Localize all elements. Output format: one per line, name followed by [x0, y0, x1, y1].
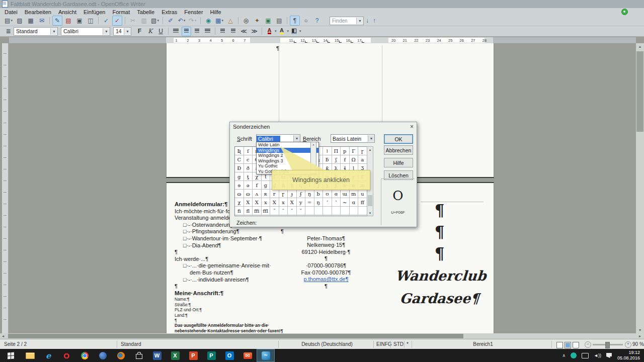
char-cell[interactable]: f: [253, 181, 262, 190]
char-cell[interactable]: ə: [244, 181, 253, 190]
char-cell[interactable]: ƅ: [314, 190, 324, 198]
outlook-icon[interactable]: O: [220, 349, 238, 362]
increase-indent-button[interactable]: ≫: [250, 27, 259, 36]
char-cell[interactable]: ﬁ: [235, 207, 244, 215]
zoom-value[interactable]: 90 %: [632, 341, 644, 347]
menu-extras[interactable]: Extras: [158, 9, 181, 15]
book-view-icon[interactable]: [573, 342, 579, 348]
char-cell[interactable]: [314, 207, 324, 215]
scroll-up-icon[interactable]: ▲: [367, 147, 373, 152]
menu-ansicht[interactable]: Ansicht: [55, 9, 80, 15]
chevron-down-icon[interactable]: ▼: [368, 135, 374, 142]
formatting-marks-icon[interactable]: ¶: [290, 16, 300, 26]
chevron-down-icon[interactable]: ▼: [50, 28, 57, 35]
chrome-icon[interactable]: [75, 349, 94, 362]
font-dropdown-scrollbar[interactable]: ∧: [310, 142, 316, 174]
menu-hilfe[interactable]: Hilfe: [207, 9, 225, 15]
menu-bearbeiten[interactable]: Bearbeiten: [21, 9, 55, 15]
horizontal-scroll-thumb[interactable]: [8, 334, 463, 338]
single-page-view-icon[interactable]: [556, 342, 563, 348]
char-cell[interactable]: ﬄ: [262, 207, 271, 215]
char-cell[interactable]: Ω: [350, 155, 359, 164]
char-cell[interactable]: ǀ: [323, 147, 332, 155]
chevron-down-icon[interactable]: ▾: [299, 29, 301, 33]
chevron-down-icon[interactable]: ▼: [124, 28, 131, 35]
find-toolbar-input[interactable]: Finden ▼: [330, 17, 364, 25]
chevron-down-icon[interactable]: ▾: [195, 19, 197, 23]
char-cell[interactable]: ɡ: [262, 181, 271, 190]
char-cell[interactable]: [350, 207, 359, 215]
font-name-combo[interactable]: Calibri ▼: [61, 27, 110, 36]
decrease-indent-button[interactable]: ≪: [239, 27, 249, 36]
bold-button[interactable]: F: [135, 27, 144, 36]
char-cell[interactable]: [305, 207, 314, 215]
page-preview-icon[interactable]: ◫: [86, 16, 96, 26]
char-cell[interactable]: [341, 207, 350, 215]
char-cell[interactable]: ɯ: [341, 190, 350, 198]
selection-mode[interactable]: STD: [393, 341, 404, 347]
find-next-button[interactable]: ↓: [366, 17, 369, 24]
char-cell[interactable]: ɡ: [235, 172, 244, 181]
vertical-scroll-thumb[interactable]: [636, 51, 643, 132]
char-cell[interactable]: ɑ: [350, 198, 359, 207]
char-cell[interactable]: ʽ: [332, 198, 341, 207]
grid-scroll-thumb[interactable]: [368, 195, 372, 206]
edit-mode-icon[interactable]: ✎: [52, 16, 62, 26]
cancel-button[interactable]: Abbrechen: [384, 145, 413, 155]
char-cell[interactable]: ƫ: [244, 172, 253, 181]
char-cell[interactable]: ʌ: [253, 190, 262, 198]
paste-icon[interactable]: ▧▾: [150, 16, 160, 26]
subset-select[interactable]: Basis Latein ▼: [331, 134, 375, 143]
char-cell[interactable]: ð: [244, 164, 253, 172]
scroll-down-icon[interactable]: ▼: [636, 327, 644, 333]
char-cell[interactable]: Ð: [235, 164, 244, 172]
chevron-down-icon[interactable]: ▾: [11, 19, 13, 23]
char-cell[interactable]: ˜: [270, 207, 279, 215]
char-cell[interactable]: ﬀ: [358, 198, 367, 207]
char-cell[interactable]: f: [341, 155, 350, 164]
clock[interactable]: 19:12 05.08.2016: [617, 350, 642, 361]
char-cell[interactable]: x: [262, 198, 271, 207]
print-icon[interactable]: ▣: [74, 16, 85, 26]
char-cell[interactable]: X: [253, 198, 262, 207]
char-cell[interactable]: ﬂ: [244, 207, 253, 215]
vertical-scrollbar[interactable]: ▲ ▼: [636, 43, 644, 333]
excel-icon[interactable]: X: [166, 349, 184, 362]
gallery-icon[interactable]: ▣: [263, 16, 273, 26]
new-document-icon[interactable]: ▤▾: [4, 16, 14, 26]
char-cell[interactable]: ɟ: [288, 190, 297, 198]
close-icon[interactable]: ×: [410, 123, 414, 130]
menu-format[interactable]: Format: [109, 9, 133, 15]
char-cell[interactable]: ŋ: [314, 198, 324, 207]
char-cell[interactable]: χ: [235, 198, 244, 207]
help-icon[interactable]: ?: [312, 16, 322, 26]
font-option[interactable]: Wingdings 3: [257, 158, 318, 164]
export-pdf-icon[interactable]: ▤: [63, 16, 73, 26]
char-cell[interactable]: ˆ: [279, 207, 288, 215]
char-cell[interactable]: [323, 207, 332, 215]
char-cell[interactable]: x: [279, 198, 288, 207]
redo-icon[interactable]: ↷▾: [188, 16, 198, 26]
multi-page-view-icon[interactable]: [565, 342, 571, 348]
bullet-list-button[interactable]: [228, 27, 238, 36]
find-previous-button[interactable]: ↑: [373, 17, 376, 24]
zoom-slider-thumb[interactable]: [605, 342, 610, 348]
char-cell[interactable]: =: [305, 198, 314, 207]
char-cell[interactable]: Π: [332, 147, 341, 155]
notification-center-icon[interactable]: [606, 353, 612, 358]
store-icon[interactable]: [130, 349, 148, 362]
font-option[interactable]: Yu Gothic: [257, 163, 318, 169]
char-cell[interactable]: ɷ: [235, 190, 244, 198]
data-sources-icon[interactable]: ▤: [274, 16, 284, 26]
scroll-right-icon[interactable]: ►: [637, 334, 643, 338]
firefox-icon[interactable]: [112, 349, 130, 362]
hyperlink-icon[interactable]: ◉: [203, 16, 213, 26]
char-cell[interactable]: ʄ: [297, 190, 306, 198]
network-icon[interactable]: [582, 353, 589, 358]
zoom-out-icon[interactable]: −: [585, 341, 591, 348]
menu-tabelle[interactable]: Tabelle: [133, 9, 158, 15]
publisher-icon[interactable]: P: [202, 349, 220, 362]
cut-icon[interactable]: ✂: [128, 16, 138, 26]
char-cell[interactable]: Γ: [350, 147, 359, 155]
italic-button[interactable]: K: [145, 27, 155, 36]
